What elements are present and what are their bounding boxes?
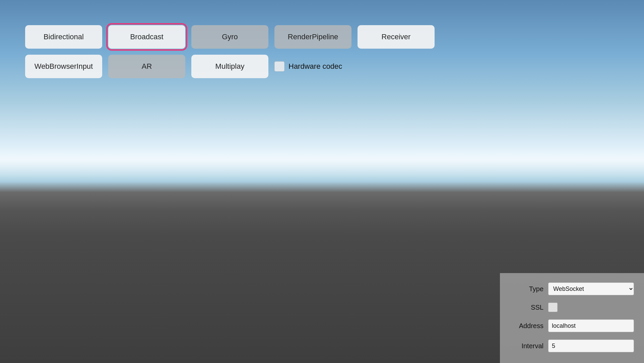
address-label: Address xyxy=(510,322,543,330)
button-row-1: Bidirectional Broadcast Gyro RenderPipel… xyxy=(25,25,435,49)
hardware-codec-checkbox[interactable] xyxy=(274,61,284,71)
settings-panel: Type WebSocket SFU SSL Address Interval xyxy=(500,273,644,363)
button-broadcast[interactable]: Broadcast xyxy=(108,25,185,49)
address-input[interactable] xyxy=(548,319,634,332)
hardware-codec-label: Hardware codec xyxy=(288,62,342,71)
settings-ssl-row: SSL xyxy=(510,303,634,312)
button-renderpipeline[interactable]: RenderPipeline xyxy=(274,25,351,49)
type-select[interactable]: WebSocket SFU xyxy=(548,282,634,295)
hardware-codec-container: Hardware codec xyxy=(274,61,342,71)
button-row-2: WebBrowserInput AR Multiplay Hardware co… xyxy=(25,55,435,78)
ssl-checkbox[interactable] xyxy=(548,303,558,312)
type-label: Type xyxy=(510,285,543,293)
button-gyro[interactable]: Gyro xyxy=(191,25,268,49)
interval-label: Interval xyxy=(510,342,543,350)
ssl-label: SSL xyxy=(510,304,543,311)
button-multiplay[interactable]: Multiplay xyxy=(191,55,268,78)
button-ar[interactable]: AR xyxy=(108,55,185,78)
button-bidirectional[interactable]: Bidirectional xyxy=(25,25,102,49)
button-receiver[interactable]: Receiver xyxy=(358,25,435,49)
mode-buttons-area: Bidirectional Broadcast Gyro RenderPipel… xyxy=(25,25,435,78)
button-webbrowserinput[interactable]: WebBrowserInput xyxy=(25,55,102,78)
interval-input[interactable] xyxy=(548,340,634,352)
settings-interval-row: Interval xyxy=(510,340,634,352)
settings-address-row: Address xyxy=(510,319,634,332)
settings-type-row: Type WebSocket SFU xyxy=(510,282,634,295)
